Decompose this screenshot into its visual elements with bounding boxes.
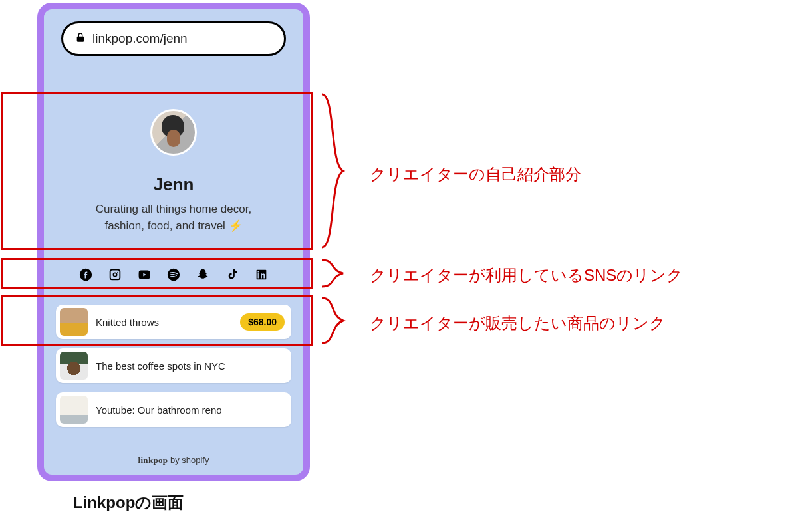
phone-screen: linkpop.com/jenn Jenn Curating all thing…: [37, 3, 310, 481]
link-thumb: [60, 352, 88, 380]
brace-profile: [319, 92, 346, 250]
link-list: Knitted throws $68.00 The best coffee sp…: [56, 305, 291, 427]
footer-by: by shopify: [168, 455, 209, 465]
snapchat-icon[interactable]: [196, 267, 210, 282]
footer-logo: linkpop: [138, 455, 168, 465]
linkedin-icon[interactable]: [254, 267, 269, 282]
bio-line2: fashion, food, and travel: [104, 219, 228, 232]
link-card[interactable]: The best coffee spots in NYC: [56, 348, 291, 383]
figure-caption: Linkpopの画面: [73, 492, 184, 513]
profile-bio: Curating all things home decor, fashion,…: [60, 201, 287, 234]
lock-icon: [75, 32, 86, 45]
instagram-icon[interactable]: [108, 267, 122, 282]
url-text: linkpop.com/jenn: [92, 31, 188, 46]
bolt-icon: ⚡: [229, 219, 243, 232]
price-pill: $68.00: [240, 313, 285, 331]
product-thumb: [60, 308, 88, 336]
bio-line1: Curating all things home decor,: [96, 203, 251, 215]
link-card-product[interactable]: Knitted throws $68.00: [56, 305, 291, 339]
brace-social: [319, 258, 346, 289]
phone-wrapper: linkpop.com/jenn Jenn Curating all thing…: [37, 3, 310, 481]
annotation-product: クリエイターが販売したい商品のリンク: [370, 313, 666, 334]
facebook-icon[interactable]: [78, 267, 93, 282]
profile-section: Jenn Curating all things home decor, fas…: [44, 109, 303, 234]
link-title: Knitted throws: [96, 317, 232, 328]
annotation-profile: クリエイターの自己紹介部分: [370, 164, 581, 185]
link-title: The best coffee spots in NYC: [96, 360, 285, 372]
avatar[interactable]: [150, 109, 197, 156]
footer-brand: linkpop by shopify: [44, 455, 303, 466]
url-bar[interactable]: linkpop.com/jenn: [61, 21, 286, 56]
link-card[interactable]: Youtube: Our bathroom reno: [56, 392, 291, 427]
brace-product: [319, 295, 346, 346]
profile-name: Jenn: [60, 174, 287, 195]
youtube-icon[interactable]: [137, 267, 152, 282]
link-thumb: [60, 396, 88, 424]
spotify-icon[interactable]: [166, 267, 181, 282]
annotation-social: クリエイターが利用しているSNSのリンク: [370, 265, 683, 286]
link-title: Youtube: Our bathroom reno: [96, 404, 285, 416]
social-row: [44, 267, 303, 282]
tiktok-icon[interactable]: [225, 267, 239, 282]
